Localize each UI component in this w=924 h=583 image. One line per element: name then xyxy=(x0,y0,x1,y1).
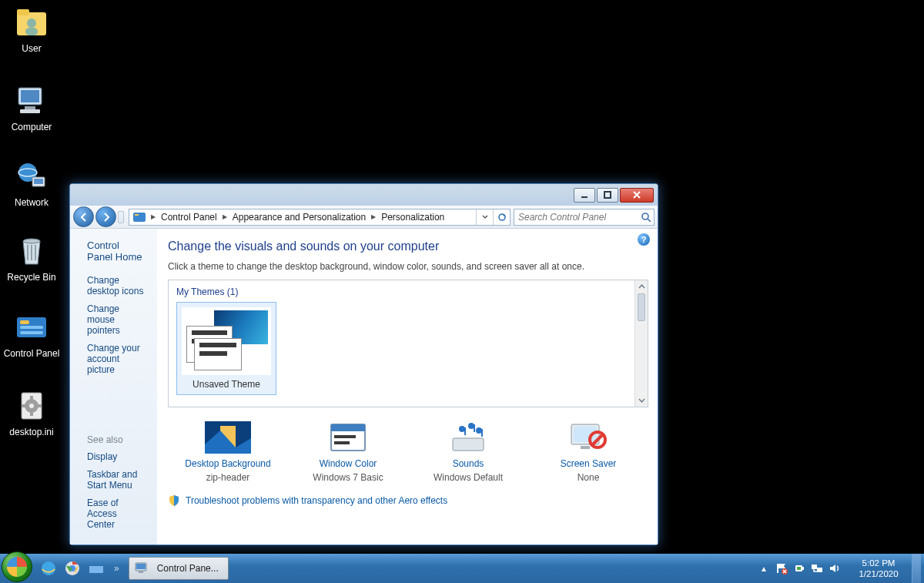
taskbar-clock[interactable]: 5:02 PM 1/21/2020 xyxy=(853,558,904,579)
link-title: Sounds xyxy=(408,458,528,469)
desktop-icon-user[interactable]: User xyxy=(2,5,62,54)
sounds-icon xyxy=(445,421,491,454)
svg-rect-13 xyxy=(27,245,28,260)
search-input[interactable] xyxy=(514,212,638,223)
link-desktop-background[interactable]: Desktop Background zip-header xyxy=(168,421,288,483)
sidebar-seealso-ease-of-access[interactable]: Ease of Access Center xyxy=(87,498,146,530)
desktop-icon-control-panel[interactable]: Control Panel xyxy=(2,310,62,359)
address-bar-row: ▶ Control Panel ▶ Appearance and Persona… xyxy=(70,206,658,229)
breadcrumb-seg-control-panel[interactable]: Control Panel xyxy=(157,212,221,223)
svg-rect-57 xyxy=(136,564,146,569)
troubleshoot-link[interactable]: Troubleshoot problems with transparency … xyxy=(168,494,648,507)
svg-rect-11 xyxy=(34,179,43,184)
sidebar-link-desktop-icons[interactable]: Change desktop icons xyxy=(87,275,146,297)
svg-point-51 xyxy=(42,561,55,575)
power-icon[interactable] xyxy=(793,562,805,575)
minimize-button[interactable] xyxy=(574,188,595,203)
refresh-button[interactable] xyxy=(493,209,510,225)
clock-date: 1/21/2020 xyxy=(853,568,904,579)
page-heading: Change the visuals and sounds on your co… xyxy=(168,240,648,253)
quick-links-row: Desktop Background zip-header Window Col… xyxy=(168,421,648,483)
maximize-button[interactable] xyxy=(597,188,618,203)
desktop-icon-recycle-bin[interactable]: Recycle Bin xyxy=(2,233,62,283)
volume-icon[interactable] xyxy=(829,562,841,575)
svg-point-41 xyxy=(468,423,474,429)
breadcrumb[interactable]: ▶ Control Panel ▶ Appearance and Persona… xyxy=(129,209,511,226)
personalization-window: ▶ Control Panel ▶ Appearance and Persona… xyxy=(69,183,658,545)
quick-launch-overflow[interactable]: » xyxy=(114,563,119,574)
link-value: Windows Default xyxy=(408,472,528,483)
desktop-icon-network[interactable]: Network xyxy=(2,159,62,208)
themes-scrollbar[interactable] xyxy=(634,280,648,407)
nav-back-button[interactable] xyxy=(73,206,94,227)
sidebar-seealso-display[interactable]: Display xyxy=(87,451,146,462)
svg-rect-6 xyxy=(25,106,35,109)
link-screen-saver[interactable]: Screen Saver None xyxy=(528,421,648,483)
help-button[interactable]: ? xyxy=(638,233,650,246)
link-window-color[interactable]: Window Color Windows 7 Basic xyxy=(288,421,408,483)
sidebar-link-account-picture[interactable]: Change your account picture xyxy=(87,343,146,375)
flag-icon[interactable] xyxy=(775,562,788,575)
breadcrumb-dropdown-button[interactable] xyxy=(476,209,493,225)
control-panel-small-icon xyxy=(132,210,146,224)
svg-rect-25 xyxy=(22,404,25,407)
themes-list: My Themes (1) Unsaved Theme xyxy=(168,280,648,407)
scroll-up-icon[interactable] xyxy=(635,280,648,293)
tray-overflow-button[interactable]: ▲ xyxy=(760,565,768,573)
sidebar-home-link[interactable]: Control Panel Home xyxy=(87,240,146,263)
network-tray-icon[interactable] xyxy=(811,562,823,575)
link-value: Windows 7 Basic xyxy=(288,472,408,483)
desktop-icon-label: Network xyxy=(2,197,62,208)
svg-point-12 xyxy=(23,239,40,243)
start-button[interactable] xyxy=(2,551,32,582)
info-link-text: Troubleshoot problems with transparency … xyxy=(186,495,447,506)
desktop-icon-computer[interactable]: Computer xyxy=(2,83,62,132)
sidebar-link-mouse-pointers[interactable]: Change mouse pointers xyxy=(87,303,146,336)
breadcrumb-seg-appearance[interactable]: Appearance and Personalization xyxy=(229,212,370,223)
show-desktop-button[interactable] xyxy=(912,554,921,583)
search-box[interactable] xyxy=(514,209,654,226)
svg-rect-15 xyxy=(35,245,36,260)
control-panel-icon xyxy=(14,310,49,345)
close-button[interactable] xyxy=(620,188,654,203)
desktop-icon-label: Recycle Bin xyxy=(2,272,62,283)
sidebar: Control Panel Home Change desktop icons … xyxy=(70,229,157,544)
recycle-bin-icon xyxy=(14,233,49,269)
link-value: zip-header xyxy=(168,472,288,483)
desktop-icon-desktop-ini[interactable]: desktop.ini xyxy=(2,388,62,437)
ie-icon[interactable] xyxy=(40,560,57,577)
svg-rect-17 xyxy=(20,320,29,324)
scroll-down-icon[interactable] xyxy=(635,394,648,407)
desktop-icon-label: desktop.ini xyxy=(2,427,62,437)
link-sounds[interactable]: Sounds Windows Default xyxy=(408,421,528,483)
svg-rect-29 xyxy=(133,213,146,222)
scroll-thumb[interactable] xyxy=(638,293,645,321)
breadcrumb-seg-personalization[interactable]: Personalization xyxy=(377,212,448,223)
svg-point-2 xyxy=(27,18,36,28)
svg-rect-59 xyxy=(777,564,778,573)
taskbar-item-control-panel[interactable]: Control Pane... xyxy=(129,557,229,580)
nav-forward-button[interactable] xyxy=(95,206,116,227)
explorer-pin-icon[interactable] xyxy=(88,560,105,577)
svg-rect-3 xyxy=(25,28,38,35)
sidebar-seealso-taskbar[interactable]: Taskbar and Start Menu xyxy=(87,469,146,491)
gear-file-icon xyxy=(14,388,49,424)
svg-rect-36 xyxy=(331,424,365,431)
search-icon[interactable] xyxy=(638,212,654,223)
computer-icon xyxy=(14,83,49,119)
svg-point-42 xyxy=(476,427,482,434)
folder-user-icon xyxy=(14,5,49,40)
svg-rect-1 xyxy=(17,9,29,15)
svg-rect-62 xyxy=(802,567,804,570)
chrome-icon[interactable] xyxy=(64,560,81,577)
svg-rect-19 xyxy=(20,331,43,334)
theme-item-unsaved[interactable]: Unsaved Theme xyxy=(176,302,276,395)
desktop-icon-label: Computer xyxy=(2,122,62,132)
svg-rect-23 xyxy=(30,396,33,400)
link-title: Screen Saver xyxy=(528,458,648,469)
svg-rect-26 xyxy=(38,404,42,407)
svg-rect-64 xyxy=(812,565,817,569)
nav-history-dropdown[interactable] xyxy=(118,211,124,223)
titlebar[interactable] xyxy=(70,184,658,206)
window-color-icon xyxy=(325,421,371,454)
